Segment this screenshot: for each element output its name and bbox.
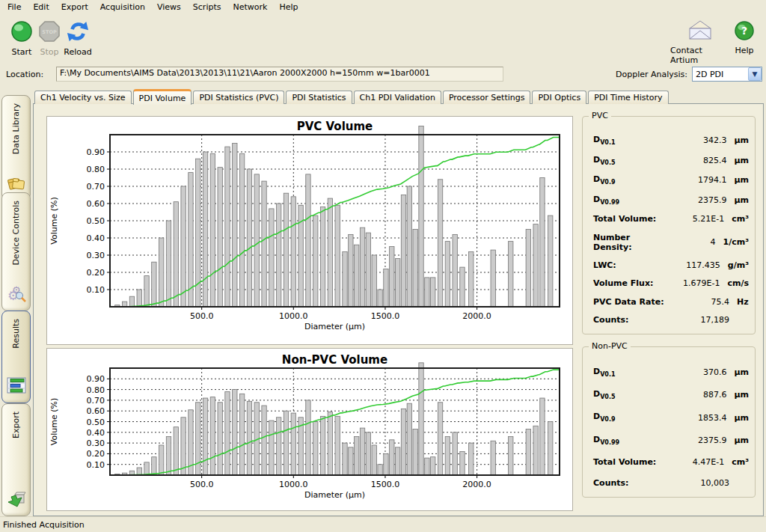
nonpvc-stat-rows: DV0.1370.6µmDV0.5887.6µmDV0.91853.4µmDV0…: [583, 347, 755, 497]
svg-text:0.20: 0.20: [87, 268, 105, 278]
stat-label: Total Volume:: [593, 457, 670, 467]
stat-value: 1853.4: [671, 413, 727, 423]
svg-text:0.80: 0.80: [87, 165, 105, 174]
svg-text:0.40: 0.40: [87, 233, 105, 243]
location-field[interactable]: F:\My Documents\AIMS Data\2013\2013\11\2…: [56, 67, 503, 82]
start-icon: [10, 20, 33, 45]
sidebar-item-results[interactable]: Results: [1, 311, 31, 403]
svg-text:0.20: 0.20: [87, 449, 105, 459]
stat-row: DV0.1370.6µm: [593, 367, 749, 378]
svg-text:1000.0: 1000.0: [279, 480, 308, 489]
stat-value: 370.6: [671, 367, 727, 377]
stat-label: DV0.9: [593, 412, 671, 423]
reload-button[interactable]: Reload: [61, 20, 94, 57]
sidebar-item-label: Export: [11, 412, 21, 438]
reload-icon: [66, 20, 90, 45]
svg-text:0.40: 0.40: [87, 428, 105, 438]
sidebar-item-data-library[interactable]: Data Library: [1, 95, 31, 201]
stat-unit: g/m³: [728, 260, 749, 270]
stat-value: 75.4: [672, 297, 729, 307]
location-value: F:\My Documents\AIMS Data\2013\2013\11\2…: [60, 68, 430, 78]
chevron-down-icon[interactable]: ▼: [748, 67, 762, 81]
stat-value: 1.679E-1: [667, 278, 720, 288]
stat-value: 5.21E-1: [670, 214, 724, 224]
help-label: Help: [735, 46, 753, 55]
stat-unit: 1/cm³: [723, 237, 749, 247]
stat-row: DV0.992375.9µm: [593, 195, 749, 206]
menu-views[interactable]: Views: [151, 1, 187, 13]
stat-unit: µm: [734, 156, 749, 165]
stat-label: DV0.99: [593, 435, 671, 446]
stat-value: 825.4: [671, 156, 727, 165]
start-button[interactable]: Start: [6, 20, 37, 57]
stat-label: DV0.1: [593, 135, 671, 146]
stat-row: Total Volume:5.21E-1cm³: [593, 214, 749, 224]
stat-row: DV0.5825.4µm: [593, 155, 749, 166]
stat-row: DV0.5887.6µm: [593, 389, 749, 400]
stop-button[interactable]: STOP Stop: [34, 20, 64, 57]
tab-pdi-statistics[interactable]: PDI Statistics: [286, 91, 352, 104]
stat-label: Counts:: [593, 315, 672, 325]
help-icon: ?: [734, 20, 755, 43]
menu-acquisition[interactable]: Acquisition: [94, 1, 151, 13]
svg-text:0.10: 0.10: [87, 285, 105, 295]
tab-pdi-optics[interactable]: PDI Optics: [532, 91, 586, 104]
stat-unit: cm³: [732, 214, 749, 224]
svg-text:0.50: 0.50: [87, 216, 105, 226]
svg-text:1500.0: 1500.0: [371, 311, 400, 321]
help-button[interactable]: ? Help: [730, 20, 759, 55]
tab-pdi-time-history[interactable]: PDI Time History: [588, 91, 668, 104]
stat-unit: µm: [734, 135, 749, 145]
stat-row: DV0.1342.3µm: [593, 135, 749, 146]
sidebar-item-export[interactable]: Export: [1, 403, 31, 516]
stat-row: PVC Data Rate:75.4Hz: [593, 297, 749, 307]
sidebar-item-label: Device Controls: [11, 201, 21, 266]
tab-processor-settings[interactable]: Processor Settings: [443, 91, 531, 104]
stat-label: DV0.9: [593, 174, 671, 186]
stat-value: 2375.9: [671, 195, 727, 205]
status-text: Finished Acquisition: [3, 520, 85, 530]
stat-label: DV0.1: [593, 367, 671, 378]
menu-file[interactable]: File: [1, 1, 27, 13]
stat-value: 17,189: [672, 315, 729, 325]
menu-export[interactable]: Export: [55, 1, 94, 13]
stat-unit: µm: [734, 413, 749, 423]
reload-label: Reload: [64, 47, 91, 57]
envelope-icon: [687, 20, 713, 43]
stat-label: PVC Data Rate:: [593, 297, 672, 307]
contact-artium-button[interactable]: Contact Artium: [670, 20, 730, 65]
stat-label: Number Density:: [593, 233, 664, 252]
sidebar-item-label: Results: [11, 319, 21, 349]
stat-value: 4.47E-1: [670, 457, 724, 467]
bar-chart-icon: [7, 376, 26, 397]
stat-row: DV0.91794.1µm: [593, 174, 749, 186]
menu-edit[interactable]: Edit: [27, 1, 55, 13]
stat-row: DV0.91853.4µm: [593, 412, 749, 423]
tab-ch1-velocity-vs-size[interactable]: Ch1 Velocity vs. Size: [34, 91, 132, 104]
stop-label: Stop: [40, 47, 58, 57]
tab-ch1-pdi-validation[interactable]: Ch1 PDI Validation: [354, 91, 441, 104]
sidebar-item-label: Data Library: [11, 103, 21, 154]
stat-value: 10,003: [672, 478, 729, 488]
export-arrow-icon: [7, 488, 26, 510]
doppler-analysis-label: Doppler Analysis:: [616, 70, 687, 79]
stat-label: DV0.99: [593, 195, 671, 206]
stat-row: Number Density:41/cm³: [593, 233, 749, 252]
stop-icon: STOP: [38, 20, 61, 45]
menu-bar: FileEditExportAcquisitionViewsScriptsNet…: [0, 0, 766, 14]
menu-help[interactable]: Help: [273, 1, 304, 13]
tab-pdi-volume[interactable]: PDI Volume: [133, 89, 192, 105]
menu-network[interactable]: Network: [227, 1, 273, 13]
stat-value: 342.3: [671, 135, 727, 145]
tab-pdi-statistics-pvc-[interactable]: PDI Statistics (PVC): [193, 91, 284, 104]
sidebar-item-device-controls[interactable]: Device Controls⚙⚙: [1, 192, 31, 311]
stat-label: Total Volume:: [593, 214, 670, 224]
stat-value: 887.6: [671, 390, 727, 400]
stat-label: DV0.5: [593, 389, 671, 400]
tab-strip: Ch1 Velocity vs. SizePDI VolumePDI Stati…: [34, 90, 670, 104]
doppler-analysis-select[interactable]: 2D PDI ▼: [692, 67, 762, 82]
stat-value: 2375.9: [671, 435, 727, 445]
svg-text:0.80: 0.80: [87, 385, 105, 395]
menu-scripts[interactable]: Scripts: [187, 1, 227, 13]
svg-text:?: ?: [741, 25, 747, 37]
